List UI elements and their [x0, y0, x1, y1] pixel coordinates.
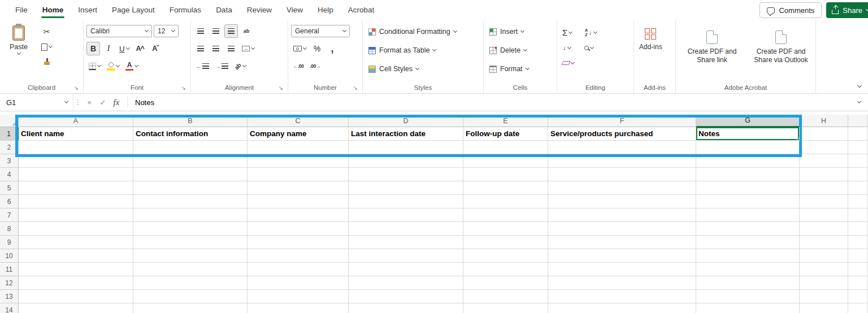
row-header-3[interactable]: 3	[0, 154, 19, 168]
column-header-A[interactable]: A	[19, 115, 133, 127]
cell-E11[interactable]	[463, 263, 548, 276]
decrease-font-size-button[interactable]: Aˇ	[149, 42, 162, 55]
dialog-launcher-icon[interactable]: ↘	[74, 85, 79, 91]
comments-button[interactable]: Comments	[760, 2, 822, 18]
cell-filler[interactable]	[848, 181, 868, 195]
underline-button[interactable]: U	[117, 42, 132, 55]
row-header-11[interactable]: 11	[0, 263, 19, 276]
cell-D5[interactable]	[349, 181, 463, 195]
cell-D3[interactable]	[349, 154, 463, 168]
increase-font-size-button[interactable]: A^	[133, 42, 147, 55]
menu-tab-formulas[interactable]: Formulas	[162, 1, 209, 20]
align-middle-button[interactable]	[209, 24, 223, 38]
cell-F7[interactable]	[548, 208, 696, 222]
cell-B3[interactable]	[133, 154, 248, 168]
cell-F13[interactable]	[548, 290, 696, 303]
cell-A12[interactable]	[19, 276, 133, 290]
accounting-format-button[interactable]	[291, 42, 309, 55]
cell-A8[interactable]	[19, 222, 133, 236]
cell-C2[interactable]	[248, 141, 349, 154]
share-button[interactable]: Share	[826, 2, 868, 18]
cell-G5[interactable]	[696, 181, 800, 195]
delete-cells-button[interactable]: Delete	[487, 42, 530, 58]
cell-C1[interactable]: Company name	[248, 127, 349, 141]
cell-D14[interactable]	[349, 303, 463, 313]
cell-A14[interactable]	[19, 303, 133, 313]
menu-tab-file[interactable]: File	[8, 1, 35, 20]
cell-H11[interactable]	[800, 263, 848, 276]
cell-filler[interactable]	[848, 276, 868, 290]
increase-indent-button[interactable]: →	[213, 59, 231, 73]
cell-H6[interactable]	[800, 195, 848, 208]
cell-A5[interactable]	[19, 181, 133, 195]
conditional-formatting-button[interactable]: Conditional Formatting	[366, 24, 459, 40]
sort-filter-button[interactable]: AZ↓	[582, 26, 599, 40]
cell-E4[interactable]	[463, 168, 548, 181]
menu-tab-acrobat[interactable]: Acrobat	[341, 1, 382, 20]
cell-E10[interactable]	[463, 249, 548, 263]
add-ins-button[interactable]: Add-ins	[637, 24, 665, 82]
dialog-launcher-icon[interactable]: ↘	[279, 85, 283, 91]
fill-color-button[interactable]	[105, 59, 121, 73]
cell-E5[interactable]	[463, 181, 548, 195]
name-box-resize-handle[interactable]: ⋮	[73, 94, 83, 111]
cell-D4[interactable]	[349, 168, 463, 181]
number-format-select[interactable]: General	[291, 25, 350, 37]
enter-button[interactable]: ✓	[96, 94, 110, 111]
cell-B1[interactable]: Contact information	[133, 127, 248, 141]
column-header-G[interactable]: G	[696, 115, 800, 127]
cancel-button[interactable]: ×	[83, 94, 96, 111]
cell-C14[interactable]	[248, 303, 349, 313]
create-pdf-share-link-button[interactable]: Create PDF and Share link	[679, 26, 745, 64]
select-all-corner[interactable]	[0, 115, 19, 127]
row-header-4[interactable]: 4	[0, 168, 19, 181]
cell-C6[interactable]	[248, 195, 349, 208]
cell-D1[interactable]: Last interaction date	[349, 127, 463, 141]
row-header-6[interactable]: 6	[0, 195, 19, 208]
clear-button[interactable]	[560, 56, 576, 70]
font-size-select[interactable]: 12	[154, 25, 179, 37]
decrease-indent-button[interactable]: ←	[194, 59, 211, 73]
center-button[interactable]	[209, 42, 223, 55]
cell-filler[interactable]	[848, 208, 868, 222]
menu-tab-help[interactable]: Help	[310, 1, 341, 20]
cell-B10[interactable]	[133, 249, 248, 263]
cell-G2[interactable]	[696, 141, 800, 154]
wrap-text-button[interactable]: ab	[240, 24, 253, 38]
copy-button[interactable]	[39, 40, 54, 54]
cell-C5[interactable]	[248, 181, 349, 195]
cell-H1[interactable]	[800, 127, 848, 141]
font-name-select[interactable]: Calibri	[86, 25, 152, 37]
cell-filler[interactable]	[848, 141, 868, 154]
orientation-button[interactable]: ab	[232, 59, 248, 73]
cell-G14[interactable]	[696, 303, 800, 313]
cell-D2[interactable]	[349, 141, 463, 154]
cell-C10[interactable]	[248, 249, 349, 263]
cell-G6[interactable]	[696, 195, 800, 208]
cell-G8[interactable]	[696, 222, 800, 236]
cell-filler[interactable]	[848, 290, 868, 303]
cell-B8[interactable]	[133, 222, 248, 236]
menu-tab-view[interactable]: View	[279, 1, 310, 20]
cell-A4[interactable]	[19, 168, 133, 181]
cell-H12[interactable]	[800, 276, 848, 290]
cell-G13[interactable]	[696, 290, 800, 303]
cell-F2[interactable]	[548, 141, 696, 154]
cut-button[interactable]: ✂	[39, 25, 54, 38]
cell-F12[interactable]	[548, 276, 696, 290]
cell-B7[interactable]	[133, 208, 248, 222]
format-cells-button[interactable]: Format	[487, 61, 532, 77]
formula-input[interactable]: Notes	[132, 94, 850, 111]
cell-F14[interactable]	[548, 303, 696, 313]
cell-B12[interactable]	[133, 276, 248, 290]
cell-G9[interactable]	[696, 236, 800, 249]
cell-D6[interactable]	[349, 195, 463, 208]
cell-B11[interactable]	[133, 263, 248, 276]
cell-E1[interactable]: Follow-up date	[463, 127, 548, 141]
cell-B2[interactable]	[133, 141, 248, 154]
cell-H2[interactable]	[800, 141, 848, 154]
cell-filler[interactable]	[848, 303, 868, 313]
borders-button[interactable]	[86, 59, 103, 73]
cell-E6[interactable]	[463, 195, 548, 208]
cell-filler[interactable]	[848, 263, 868, 276]
